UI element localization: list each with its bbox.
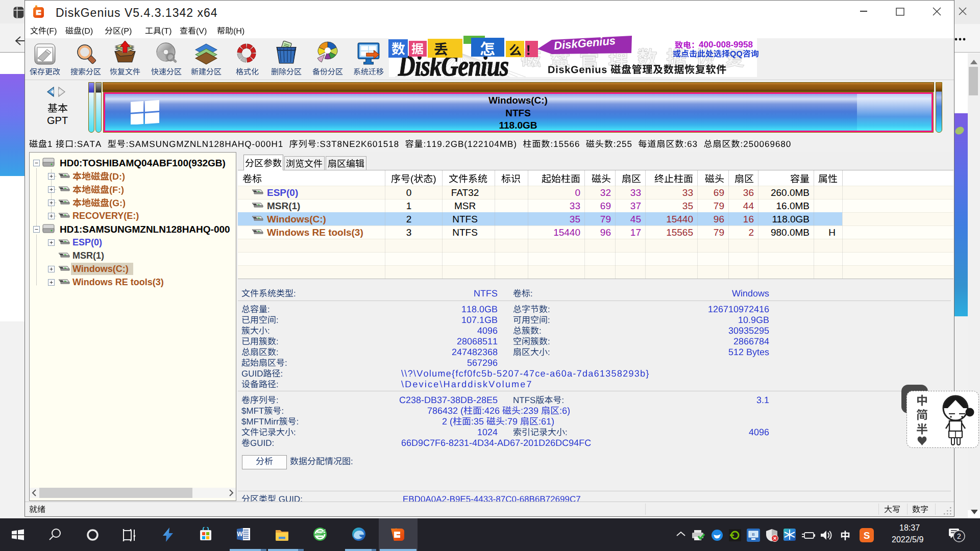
svg-text:2: 2 [957,532,961,540]
svg-text:S: S [864,530,870,541]
svg-text:B: B [752,532,754,537]
svg-text:W: W [237,531,243,538]
